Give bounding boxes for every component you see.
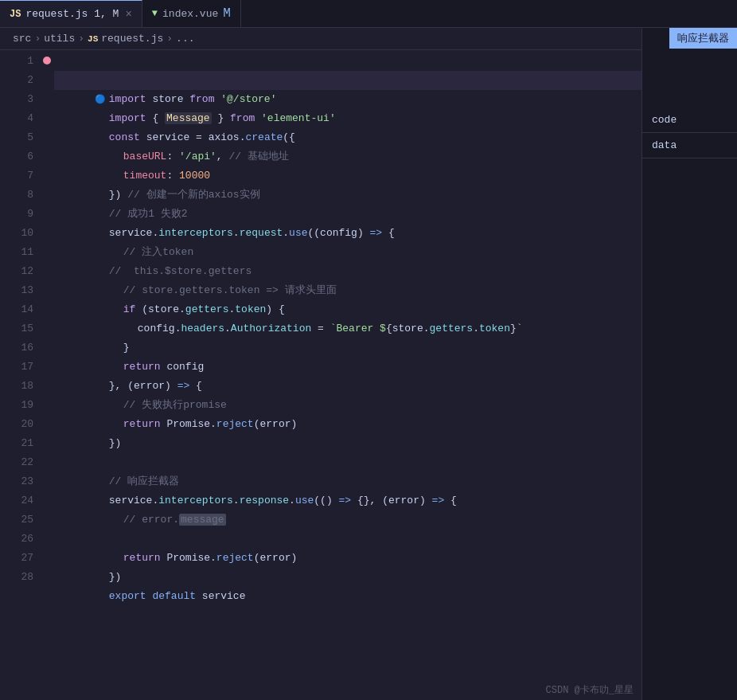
- right-panel-code[interactable]: code: [642, 108, 737, 133]
- code-container: 1 2 3 4 5 6 7 8 9 10 11 12 13 14 15 16 1…: [0, 50, 737, 700]
- code-line-14: config.headers.Authorization = `Bearer $…: [54, 300, 737, 319]
- ln-6: 6: [6, 147, 33, 166]
- ln-15: 15: [6, 319, 33, 338]
- breadcrumb-filename: request.js: [101, 33, 163, 45]
- code-line-23: service.interceptors.response.use(() => …: [54, 472, 737, 491]
- js-icon: JS: [10, 9, 21, 20]
- breadcrumb-ellipsis: ...: [176, 33, 194, 45]
- gutter-line5: [40, 109, 54, 128]
- modified-indicator: M: [223, 6, 231, 21]
- code-line-18: // 失败执行promise: [54, 377, 737, 396]
- ln-3: 3: [6, 90, 33, 109]
- ln-4: 4: [6, 109, 33, 128]
- code-line-8: // 成功1 失败2: [54, 186, 737, 205]
- code-line-21: [54, 434, 737, 453]
- code-line-19: return Promise.reject(error): [54, 396, 737, 415]
- code-line-25: [54, 510, 737, 530]
- right-panel-data[interactable]: data: [642, 133, 737, 158]
- ln-22: 22: [6, 453, 33, 472]
- ln-24: 24: [6, 491, 33, 510]
- code-line-6: timeout: 10000: [54, 147, 737, 166]
- ln-11: 11: [6, 243, 33, 262]
- code-line-27: }): [54, 549, 737, 568]
- tab-bar: JS request.js 1, M × ▼ index.vue M: [0, 0, 737, 28]
- breakpoint-dot-2[interactable]: [43, 57, 51, 65]
- tab-request-js[interactable]: JS request.js 1, M ×: [0, 0, 142, 27]
- code-editor[interactable]: import axios from 'axios' 🔵import store …: [54, 50, 737, 700]
- ln-14: 14: [6, 300, 33, 319]
- gutter-line6: [40, 128, 54, 147]
- ln-23: 23: [6, 472, 33, 491]
- ln-2: 2: [6, 71, 33, 90]
- watermark: CSDN @卡布叻_星星: [546, 683, 634, 697]
- ln-27: 27: [6, 549, 33, 568]
- tab-label: index.vue: [162, 8, 218, 20]
- right-panel-items: code data: [642, 108, 737, 158]
- ln-7: 7: [6, 166, 33, 186]
- ln-16: 16: [6, 338, 33, 358]
- ln-13: 13: [6, 281, 33, 300]
- ln-10: 10: [6, 224, 33, 243]
- code-line-10: // 注入token: [54, 224, 737, 243]
- gutter-line7: [40, 147, 54, 166]
- tab-index-vue[interactable]: ▼ index.vue M: [142, 0, 241, 27]
- code-line-13: if (store.getters.token) {: [54, 281, 737, 300]
- ln-12: 12: [6, 262, 33, 281]
- ln-26: 26: [6, 530, 33, 549]
- gutter-line3: [40, 71, 54, 90]
- line-numbers: 1 2 3 4 5 6 7 8 9 10 11 12 13 14 15 16 1…: [0, 50, 40, 700]
- ln-19: 19: [6, 396, 33, 415]
- ln-5: 5: [6, 128, 33, 147]
- code-line-20: }): [54, 415, 737, 434]
- ln-28: 28: [6, 568, 33, 587]
- code-line-15: }: [54, 319, 737, 338]
- code-line-9: service.interceptors.request.use((config…: [54, 205, 737, 224]
- code-line-16: return config: [54, 338, 737, 358]
- code-line-4: const service = axios.create({: [54, 109, 737, 128]
- tab-label: request.js 1, M: [25, 8, 119, 20]
- code-line-5: baseURL: '/api', // 基础地址: [54, 128, 737, 147]
- ln-8: 8: [6, 186, 33, 205]
- breadcrumb: src › utils › JS request.js › ...: [0, 28, 737, 50]
- gutter-line8: [40, 166, 54, 186]
- code-line-11: // this.$store.getters: [54, 243, 737, 262]
- code-line-28: export default service: [54, 568, 737, 587]
- breadcrumb-sep3: ›: [166, 33, 173, 45]
- right-panel: 响应拦截器 code data: [641, 28, 737, 700]
- code-line-17: }, (error) => {: [54, 358, 737, 377]
- breadcrumb-sep2: ›: [78, 33, 84, 45]
- tab-close-icon[interactable]: ×: [125, 8, 131, 21]
- gutter-line9: [40, 186, 54, 205]
- code-line-24: // error.message: [54, 491, 737, 510]
- breadcrumb-js-icon: JS: [88, 34, 98, 44]
- code-line-22: // 响应拦截器: [54, 453, 737, 472]
- code-line-3: import { Message } from 'element-ui': [54, 90, 737, 109]
- code-line-1: import axios from 'axios': [54, 52, 737, 71]
- ln-20: 20: [6, 415, 33, 434]
- code-line-12: // store.getters.token => 请求头里面: [54, 262, 737, 281]
- breadcrumb-utils: utils: [44, 33, 75, 45]
- ln-18: 18: [6, 377, 33, 396]
- response-interceptor-button[interactable]: 响应拦截器: [669, 28, 737, 49]
- ln-1: 1: [6, 52, 33, 71]
- breadcrumb-src: src: [13, 33, 31, 45]
- ln-21: 21: [6, 434, 33, 453]
- code-line-26: return Promise.reject(error): [54, 530, 737, 549]
- gutter: [40, 50, 54, 700]
- vue-icon: ▼: [152, 8, 158, 19]
- ln-17: 17: [6, 358, 33, 377]
- gutter-line2: [40, 52, 54, 71]
- code-line-2: 🔵import store from '@/store': [54, 71, 737, 90]
- code-line-7: }) // 创建一个新的axios实例: [54, 166, 737, 186]
- gutter-line4: [40, 90, 54, 109]
- ln-9: 9: [6, 205, 33, 224]
- ln-25: 25: [6, 510, 33, 530]
- breadcrumb-sep1: ›: [34, 33, 41, 45]
